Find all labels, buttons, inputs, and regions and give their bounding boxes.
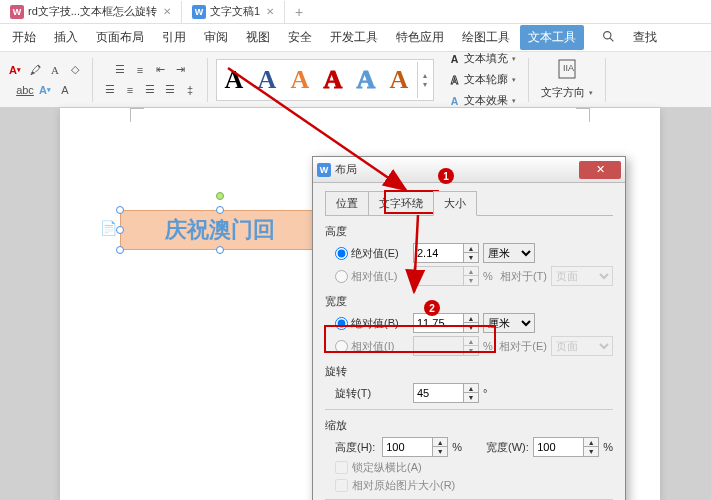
doc-tab-label: 文字文稿1 [210, 4, 260, 19]
rel-to-select: 页面 [551, 266, 613, 286]
resize-handle[interactable] [216, 206, 224, 214]
svg-text:A: A [451, 52, 459, 64]
menu-start[interactable]: 开始 [4, 25, 44, 50]
app-icon: W [317, 163, 331, 177]
text-direction-icon: IIA [555, 57, 579, 81]
add-tab-button[interactable]: + [285, 4, 313, 20]
rel-width-radio[interactable]: 相对值(I) [335, 339, 409, 354]
align-left-btn[interactable]: ☰ [101, 81, 119, 99]
number-btn[interactable]: ≡ [131, 61, 149, 79]
width-spinner[interactable]: ▲▼ [413, 313, 479, 333]
resize-handle[interactable] [116, 226, 124, 234]
width-unit-select[interactable]: 厘米 [483, 313, 535, 333]
textbox[interactable]: 庆祝澳门回 [120, 210, 320, 250]
align-justify-btn[interactable]: ☰ [161, 81, 179, 99]
tab-position[interactable]: 位置 [325, 191, 369, 215]
resize-handle[interactable] [116, 246, 124, 254]
menu-layout[interactable]: 页面布局 [88, 25, 152, 50]
align-right-btn[interactable]: ☰ [141, 81, 159, 99]
menu-security[interactable]: 安全 [280, 25, 320, 50]
ribbon: A▾ 🖍 A ◇ abc A▾ A ☰ ≡ ⇤ ⇥ ☰ ≡ ☰ ☰ ‡ A A … [0, 52, 711, 108]
wordart-more-btn[interactable]: ▴▾ [417, 62, 431, 98]
menu-ref[interactable]: 引用 [154, 25, 194, 50]
menu-review[interactable]: 审阅 [196, 25, 236, 50]
doc-icon: W [192, 5, 206, 19]
wordart-gallery[interactable]: A A A A A A ▴▾ [216, 59, 434, 101]
search-icon[interactable] [594, 26, 623, 50]
close-icon[interactable]: ✕ [266, 6, 274, 17]
annotation-badge-2: 2 [424, 300, 440, 316]
menu-dev[interactable]: 开发工具 [322, 25, 386, 50]
wordart-style-6[interactable]: A [384, 62, 414, 98]
wordart-style-1[interactable]: A [219, 62, 249, 98]
svg-point-0 [604, 31, 611, 38]
rotate-handle[interactable] [216, 192, 224, 200]
scale-w-spinner[interactable]: ▲▼ [533, 437, 599, 457]
doc-tab-1[interactable]: W rd文字技...文本框怎么旋转 ✕ [0, 1, 182, 23]
margin-mark [576, 108, 590, 122]
lock-ratio-checkbox [335, 461, 348, 474]
layout-dialog: W 布局 ✕ 位置 文字环绕 大小 高度 绝对值(E) ▲▼ 厘米 相对值(L)… [312, 156, 626, 500]
wordart-style-4[interactable]: A [318, 62, 348, 98]
rel-to-label: 相对于(T) [500, 269, 547, 284]
text-direction-btn[interactable]: 文字方向 [537, 83, 597, 102]
highlight-btn[interactable]: 🖍 [26, 61, 44, 79]
menu-bar: 开始 插入 页面布局 引用 审阅 视图 安全 开发工具 特色应用 绘图工具 文本… [0, 24, 711, 52]
wordart-style-2[interactable]: A [252, 62, 282, 98]
doc-tab-2[interactable]: W 文字文稿1 ✕ [182, 1, 285, 23]
degree-label: ° [483, 387, 487, 399]
search-label[interactable]: 查找 [625, 25, 665, 50]
menu-special[interactable]: 特色应用 [388, 25, 452, 50]
indent-inc-btn[interactable]: ⇥ [171, 61, 189, 79]
tab-size[interactable]: 大小 [433, 191, 477, 216]
highlight2-btn[interactable]: A▾ [36, 81, 54, 99]
align-center-btn[interactable]: ≡ [121, 81, 139, 99]
rotate-group-label: 旋转 [325, 364, 613, 379]
resize-handle[interactable] [116, 206, 124, 214]
menu-text-tools[interactable]: 文本工具 [520, 25, 584, 50]
font-btn[interactable]: A [46, 61, 64, 79]
underline-btn[interactable]: abc [16, 81, 34, 99]
dialog-tabs: 位置 文字环绕 大小 [325, 191, 613, 216]
svg-text:A: A [451, 73, 459, 85]
dialog-titlebar[interactable]: W 布局 ✕ [313, 157, 625, 183]
abs-width-radio[interactable]: 绝对值(B) [335, 316, 409, 331]
rotate-spinner[interactable]: ▲▼ [413, 383, 479, 403]
width-group-label: 宽度 [325, 294, 613, 309]
doc-icon: W [10, 5, 24, 19]
textbox-selection[interactable]: 庆祝澳门回 [120, 210, 320, 250]
wordart-style-5[interactable]: A [351, 62, 381, 98]
document-tabs: W rd文字技...文本框怎么旋转 ✕ W 文字文稿1 ✕ + [0, 0, 711, 24]
rel-to-label: 相对于(E) [499, 339, 547, 354]
svg-text:A: A [451, 94, 459, 106]
height-spinner[interactable]: ▲▼ [413, 243, 479, 263]
wordart-style-3[interactable]: A [285, 62, 315, 98]
menu-draw[interactable]: 绘图工具 [454, 25, 518, 50]
menu-insert[interactable]: 插入 [46, 25, 86, 50]
indent-dec-btn[interactable]: ⇤ [151, 61, 169, 79]
dialog-title: 布局 [335, 162, 357, 177]
menu-view[interactable]: 视图 [238, 25, 278, 50]
clear-format-btn[interactable]: ◇ [66, 61, 84, 79]
rel-to-select: 页面 [551, 336, 613, 356]
close-icon[interactable]: ✕ [163, 6, 171, 17]
text-outline-btn[interactable]: A文本轮廓 [444, 70, 520, 89]
bullet-btn[interactable]: ☰ [111, 61, 129, 79]
font-color-btn[interactable]: A▾ [6, 61, 24, 79]
rel-height-radio[interactable]: 相对值(L) [335, 269, 409, 284]
rel-width-spinner: ▲▼ [413, 336, 479, 356]
close-button[interactable]: ✕ [579, 161, 621, 179]
line-spacing-btn[interactable]: ‡ [181, 81, 199, 99]
abs-height-radio[interactable]: 绝对值(E) [335, 246, 409, 261]
height-group-label: 高度 [325, 224, 613, 239]
svg-text:IIA: IIA [563, 63, 574, 73]
rotate-label: 旋转(T) [335, 386, 409, 401]
anchor-icon: 📄 [100, 220, 117, 236]
height-unit-select[interactable]: 厘米 [483, 243, 535, 263]
scale-h-spinner[interactable]: ▲▼ [382, 437, 448, 457]
text-fill-btn[interactable]: A文本填充 [444, 49, 520, 68]
tab-wrap[interactable]: 文字环绕 [368, 191, 434, 215]
rel-orig-label: 相对原始图片大小(R) [352, 478, 455, 493]
resize-handle[interactable] [216, 246, 224, 254]
font-grow-btn[interactable]: A [56, 81, 74, 99]
